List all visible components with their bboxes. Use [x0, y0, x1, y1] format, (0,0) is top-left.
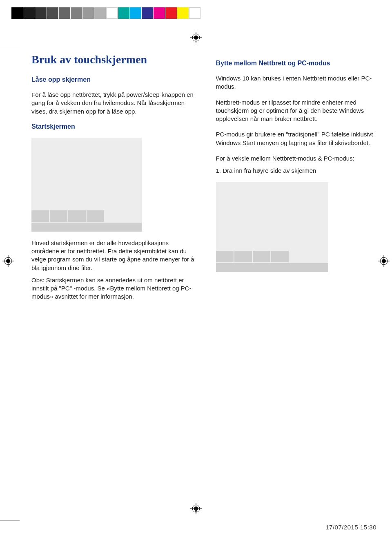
- page-content: Bruk av touchskjermen Låse opp skjermen …: [22, 53, 380, 501]
- paragraph-lock: For å låse opp nettbrettet, trykk på pow…: [31, 91, 196, 116]
- heading-lock: Låse opp skjermen: [31, 76, 196, 83]
- swatch: [142, 7, 153, 19]
- heading-switch: Bytte mellom Nettbrett og PC-modus: [216, 60, 380, 67]
- paragraph-intro: Windows 10 kan brukes i enten Nettbrett …: [216, 74, 380, 91]
- swatch: [94, 7, 106, 19]
- swatch: [35, 7, 47, 19]
- swatch: [130, 7, 141, 19]
- paragraph-obs: Obs: Startskjermen kan se annerledes ut …: [31, 276, 196, 301]
- crop-line: [0, 520, 20, 521]
- swatch: [23, 7, 35, 19]
- swatch: [11, 7, 23, 19]
- screenshot-placeholder: [31, 138, 142, 232]
- swatch: [177, 7, 189, 19]
- registration-mark-icon: [2, 255, 14, 267]
- swatch: [106, 7, 118, 19]
- page-title: Bruk av touchskjermen: [31, 53, 196, 66]
- swatch: [71, 7, 82, 19]
- heading-start: Startskjermen: [31, 123, 196, 130]
- swatch: [47, 7, 58, 19]
- footer-timestamp: 17/07/2015 15:30: [325, 524, 376, 531]
- right-column: Bytte mellom Nettbrett og PC-modus Windo…: [216, 53, 380, 308]
- paragraph-step1: 1. Dra inn fra høyre side av skjermen: [216, 167, 380, 175]
- registration-mark-icon: [378, 255, 390, 267]
- registration-mark-icon: [190, 32, 202, 43]
- screenshot-placeholder: [216, 182, 328, 272]
- swatch: [154, 7, 165, 19]
- paragraph-start: Hoved startskjermen er der alle hovedapp…: [31, 239, 196, 272]
- crop-line: [0, 46, 20, 46]
- swatch: [82, 7, 94, 19]
- left-column: Bruk av touchskjermen Låse opp skjermen …: [22, 53, 196, 308]
- paragraph-pc: PC-modus gir brukere en "tradisjonell" P…: [216, 130, 380, 147]
- page-number: 8: [0, 507, 392, 513]
- swatch: [189, 7, 200, 19]
- swatch: [118, 7, 129, 19]
- paragraph-toggle: For å veksle mellom Nettbrett-modus & PC…: [216, 154, 380, 163]
- paragraph-tablet: Nettbrett-modus er tilpasset for mindre …: [216, 98, 380, 123]
- swatch: [165, 7, 177, 19]
- swatch: [59, 7, 70, 19]
- color-calibration-bar: [11, 7, 200, 19]
